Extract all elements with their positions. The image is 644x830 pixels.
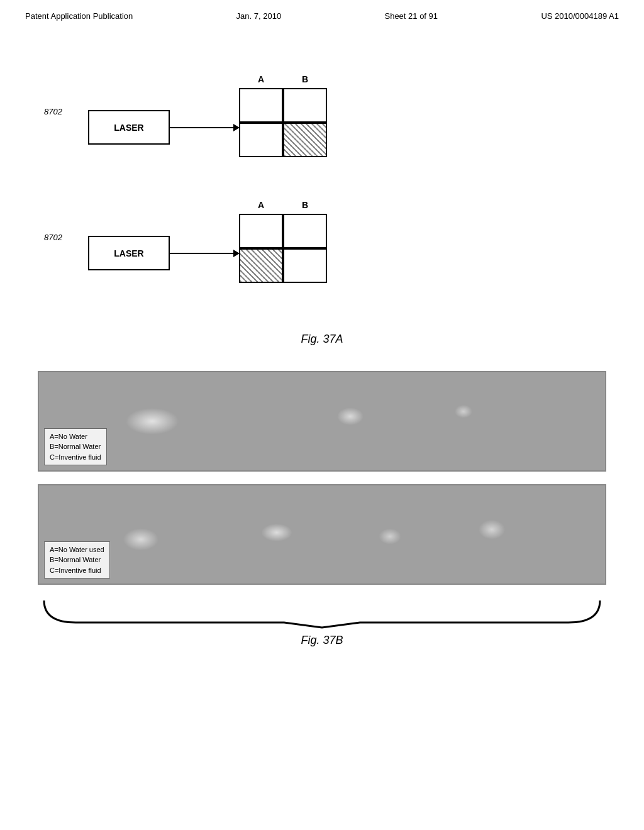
arrow-bottom — [170, 253, 239, 254]
legend-bottom-line3: C=Inventive fluid — [50, 565, 104, 576]
image-panel-bottom: A=No Water used B=Normal Water C=Inventi… — [38, 484, 606, 585]
cell-bot-a2-hatched — [239, 248, 283, 283]
arrow-top — [170, 127, 239, 128]
fig37b-caption: Fig. 37B — [38, 634, 606, 647]
cell-grid-top: A B — [239, 88, 327, 157]
ref-label-bottom: 8702 — [44, 233, 62, 242]
ref-label-top: 8702 — [44, 107, 62, 116]
patent-number: US 2010/0004189 A1 — [541, 11, 619, 21]
col-b-label-top: B — [283, 74, 327, 84]
cell-top-b1 — [283, 88, 327, 123]
diagram-top-row: 8702 LASER A B — [38, 75, 606, 189]
cell-top-a2 — [239, 123, 283, 157]
fig37b-area: A=No Water B=Normal Water C=Inventive fl… — [38, 371, 606, 647]
image-panel-top: A=No Water B=Normal Water C=Inventive fl… — [38, 371, 606, 472]
legend-top-line2: B=Normal Water — [50, 441, 101, 452]
diagram-bottom-row: 8702 LASER A B — [38, 201, 606, 314]
cell-top-a1 — [239, 88, 283, 123]
cell-bot-b2 — [283, 248, 327, 283]
legend-bottom-line2: B=Normal Water — [50, 555, 104, 565]
cell-bot-a1 — [239, 214, 283, 248]
publication-type: Patent Application Publication — [25, 11, 133, 21]
publication-date: Jan. 7, 2010 — [236, 11, 282, 21]
legend-bottom: A=No Water used B=Normal Water C=Inventi… — [44, 541, 110, 579]
col-b-label-bottom: B — [283, 200, 327, 210]
noise-overlay-bottom — [39, 485, 605, 584]
laser-box-bottom: LASER — [88, 236, 170, 270]
sheet-number: Sheet 21 of 91 — [384, 11, 438, 21]
laser-box-top: LASER — [88, 110, 170, 145]
legend-bottom-line1: A=No Water used — [50, 545, 104, 555]
legend-top-line1: A=No Water — [50, 431, 101, 442]
cell-bot-b1 — [283, 214, 327, 248]
fig37a-caption: Fig. 37A — [301, 333, 343, 345]
brace-svg — [38, 597, 606, 629]
fig37a-area: 8702 LASER A B 8702 LASER A B — [38, 75, 606, 346]
noise-overlay-top — [39, 372, 605, 470]
legend-top-line3: C=Inventive fluid — [50, 452, 101, 463]
legend-top: A=No Water B=Normal Water C=Inventive fl… — [44, 428, 107, 466]
col-a-label-top: A — [239, 74, 283, 84]
col-a-label-bottom: A — [239, 200, 283, 210]
brace-container — [38, 597, 606, 629]
page-header: Patent Application Publication Jan. 7, 2… — [0, 0, 644, 27]
cell-grid-bottom: A B — [239, 214, 327, 283]
cell-top-b2-hatched — [283, 123, 327, 157]
